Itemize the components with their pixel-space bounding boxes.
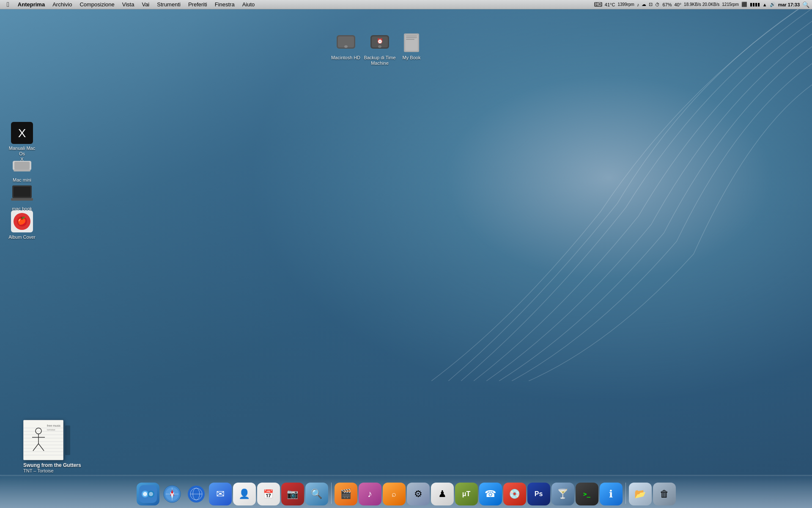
- menubar-net-speed: 1215rpm: [722, 2, 738, 7]
- desktop: [0, 0, 812, 508]
- music-artwork-container: free music tortoise: [23, 420, 70, 460]
- mail-icon: ✉: [209, 483, 232, 505]
- svg-point-45: [149, 492, 153, 496]
- svg-rect-7: [11, 198, 33, 201]
- menubar-strumenti[interactable]: Strumenti: [154, 1, 184, 8]
- dock-safari[interactable]: [161, 483, 184, 505]
- dock-spotlight[interactable]: ⌕: [383, 483, 406, 505]
- cocktail-icon: 🍸: [551, 483, 574, 505]
- menubar-aiuto[interactable]: Aiuto: [239, 1, 258, 8]
- manuali-icon: X: [11, 122, 33, 144]
- svg-rect-3: [14, 162, 30, 169]
- svg-rect-4: [14, 169, 30, 171]
- menubar-fan-temp: 40°: [674, 2, 681, 7]
- music-artist: TNT – Tortoise: [23, 468, 81, 473]
- menubar-vista[interactable]: Vista: [119, 1, 138, 8]
- skype-icon: ☎: [479, 483, 502, 505]
- itunes-icon: ♪: [359, 483, 381, 505]
- photobooth-icon: 📷: [281, 483, 304, 505]
- dock-utorrent[interactable]: μT: [455, 483, 478, 505]
- dock-systemprefs[interactable]: ⚙: [407, 483, 430, 505]
- backup-time-machine-icon: ⏰: [369, 32, 391, 54]
- dock-cocktail[interactable]: 🍸: [551, 483, 574, 505]
- desktop-icon-albumcover[interactable]: 🍎 Album Cover: [5, 210, 39, 240]
- music-info: Swung from the Gutters TNT – Tortoise: [23, 462, 81, 473]
- terminal-icon: >_: [576, 483, 598, 505]
- dock-terminal[interactable]: >_: [576, 483, 598, 505]
- macbook-icon: [11, 182, 33, 204]
- menubar-monitor[interactable]: ⬛: [741, 2, 747, 7]
- dock-separator-1: [331, 483, 332, 504]
- dock-addressbook[interactable]: 👤: [233, 483, 256, 505]
- menubar-app-name[interactable]: Anteprima: [14, 1, 48, 8]
- albumcover-icon: 🍎: [11, 210, 33, 232]
- menubar-vai[interactable]: Vai: [138, 1, 153, 8]
- svg-point-44: [143, 492, 147, 496]
- menubar-battery[interactable]: ▮▮▮▮: [750, 2, 760, 7]
- menubar-hd-indicator: HD: [594, 2, 602, 7]
- menubar-icloud-icon[interactable]: ☁: [642, 2, 646, 7]
- my-book-icon: [401, 32, 422, 54]
- macintosh-hd-label: Macintosh HD: [331, 55, 360, 60]
- backup-time-machine-label: Backup di TimeMachine: [364, 55, 395, 66]
- svg-text:X: X: [18, 127, 26, 140]
- menubar-music-icon[interactable]: ♪: [637, 2, 639, 7]
- menubar-net: 18.9KB/s 20.0KB/s: [684, 2, 719, 7]
- dock-info[interactable]: ℹ: [600, 483, 623, 505]
- dock-network[interactable]: [185, 483, 208, 505]
- desktop-icon-macmini[interactable]: Mac mini: [5, 153, 39, 183]
- spotlight-icon: ⌕: [383, 483, 406, 505]
- net-down: 20.0KB/s: [702, 2, 720, 7]
- menubar-left:  Anteprima Archivio Composizione Vista …: [3, 1, 258, 8]
- dock-skype[interactable]: ☎: [479, 483, 502, 505]
- dock-photoshop[interactable]: Ps: [527, 483, 550, 505]
- downloads-icon: 📂: [629, 483, 652, 505]
- desktop-icon-backup-time-machine[interactable]: ⏰ Backup di TimeMachine: [363, 32, 397, 66]
- music-widget[interactable]: free music tortoise Swung from the Gutte…: [23, 420, 81, 473]
- apple-menu[interactable]: : [3, 1, 14, 8]
- dock-itunes[interactable]: ♪: [359, 483, 381, 505]
- safari-icon: [161, 483, 184, 505]
- dock-toast[interactable]: 💿: [503, 483, 526, 505]
- info-icon: ℹ: [600, 483, 623, 505]
- finder-icon: [137, 483, 159, 505]
- systemprefs-icon: ⚙: [407, 483, 430, 505]
- menubar-archivio[interactable]: Archivio: [49, 1, 75, 8]
- menubar-screen-icon[interactable]: ⊡: [649, 2, 653, 7]
- menubar:  Anteprima Archivio Composizione Vista …: [0, 0, 812, 9]
- hd-label: HD: [594, 2, 602, 7]
- menubar-wifi[interactable]: ▲: [763, 2, 767, 7]
- dock-mail[interactable]: ✉: [209, 483, 232, 505]
- svg-point-14: [344, 45, 348, 48]
- menubar-preferiti[interactable]: Preferiti: [185, 1, 211, 8]
- svg-text:tortoise: tortoise: [47, 428, 55, 431]
- dock-downloads[interactable]: 📂: [629, 483, 652, 505]
- desktop-icon-macintosh-hd[interactable]: Macintosh HD: [330, 32, 362, 60]
- desktop-curves: [431, 0, 812, 381]
- dock-vlc[interactable]: 🎬: [335, 483, 357, 505]
- menubar-composizione[interactable]: Composizione: [76, 1, 118, 8]
- svg-point-17: [378, 45, 381, 48]
- svg-rect-21: [406, 36, 417, 36]
- dock-preview[interactable]: 🔍: [305, 483, 328, 505]
- dock-chess[interactable]: ♟: [431, 483, 454, 505]
- menubar-volume[interactable]: 🔊: [770, 2, 776, 7]
- preview-icon: 🔍: [305, 483, 328, 505]
- dock-photobooth[interactable]: 📷: [281, 483, 304, 505]
- desktop-icon-my-book[interactable]: My Book: [397, 32, 426, 60]
- utorrent-icon: μT: [455, 483, 478, 505]
- ical-icon: 📅: [257, 483, 280, 505]
- svg-rect-23: [406, 39, 414, 40]
- menubar-search-icon[interactable]: 🔍: [802, 1, 809, 8]
- dock-ical[interactable]: 📅: [257, 483, 280, 505]
- menubar-time-icon[interactable]: ⏱: [655, 2, 660, 7]
- network-icon: [185, 483, 208, 505]
- dock-finder[interactable]: [137, 483, 159, 505]
- addressbook-icon: 👤: [233, 483, 256, 505]
- dock-separator-2: [625, 483, 626, 504]
- desktop-icon-macbook[interactable]: mac book: [5, 182, 39, 212]
- menubar-datetime[interactable]: mar 17:33: [778, 2, 800, 7]
- menubar-temp: 41°C: [605, 2, 615, 7]
- menubar-finestra[interactable]: Finestra: [211, 1, 238, 8]
- dock-trash[interactable]: 🗑: [653, 483, 676, 505]
